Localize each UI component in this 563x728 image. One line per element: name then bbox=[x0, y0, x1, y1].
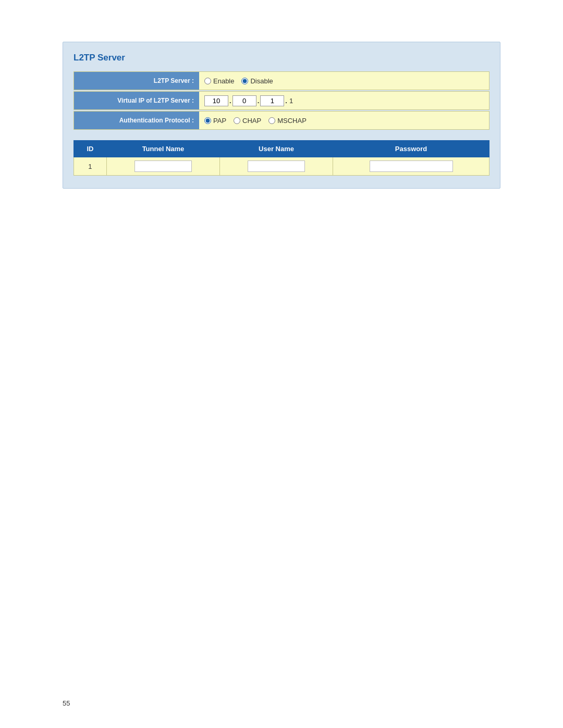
page-content: L2TP Server L2TP Server : Enable Disable bbox=[0, 0, 563, 230]
mschap-label[interactable]: MSCHAP bbox=[277, 117, 307, 125]
auth-protocol-row: Authentication Protocol : PAP CHAP bbox=[74, 111, 489, 130]
ip-octet1[interactable] bbox=[204, 95, 228, 106]
col-tunnel-name: Tunnel Name bbox=[106, 141, 219, 157]
table-row: 1 bbox=[74, 157, 489, 176]
ip-dot-3: . bbox=[285, 97, 287, 105]
virtual-ip-label: Virtual IP of L2TP Server : bbox=[74, 92, 199, 109]
ip-inputs: . . . 1 bbox=[204, 95, 293, 106]
chap-option[interactable]: CHAP bbox=[234, 117, 261, 125]
l2tp-server-label: L2TP Server : bbox=[74, 72, 199, 90]
ip-dot-2: . bbox=[258, 97, 260, 105]
row-user-name bbox=[220, 157, 333, 176]
auth-protocol-value: PAP CHAP MSCHAP bbox=[199, 115, 489, 127]
virtual-ip-value: . . . 1 bbox=[199, 93, 489, 108]
ip-dot-1: . bbox=[229, 97, 231, 105]
l2tp-disable-radio[interactable] bbox=[241, 78, 248, 84]
col-id: ID bbox=[74, 141, 107, 157]
pap-label[interactable]: PAP bbox=[213, 117, 226, 125]
l2tp-server-panel: L2TP Server L2TP Server : Enable Disable bbox=[63, 42, 500, 189]
row-password bbox=[333, 157, 489, 176]
pap-option[interactable]: PAP bbox=[204, 117, 226, 125]
l2tp-server-row: L2TP Server : Enable Disable bbox=[74, 71, 489, 90]
table-header: ID Tunnel Name User Name Password bbox=[74, 141, 489, 157]
panel-title: L2TP Server bbox=[74, 53, 489, 63]
l2tp-enable-option[interactable]: Enable bbox=[204, 77, 234, 85]
l2tp-enable-radio[interactable] bbox=[204, 78, 211, 84]
page-number: 55 bbox=[63, 699, 70, 707]
row-id: 1 bbox=[74, 157, 107, 176]
chap-radio[interactable] bbox=[234, 117, 240, 124]
l2tp-disable-label[interactable]: Disable bbox=[250, 77, 273, 85]
l2tp-server-value: Enable Disable bbox=[199, 75, 489, 87]
col-user-name: User Name bbox=[220, 141, 333, 157]
mschap-radio[interactable] bbox=[268, 117, 275, 124]
tunnel-table: ID Tunnel Name User Name Password 1 bbox=[74, 140, 489, 176]
ip-octet4-static: 1 bbox=[289, 97, 293, 105]
l2tp-disable-option[interactable]: Disable bbox=[241, 77, 273, 85]
l2tp-enable-label[interactable]: Enable bbox=[213, 77, 234, 85]
col-password: Password bbox=[333, 141, 489, 157]
user-name-input[interactable] bbox=[248, 161, 305, 172]
ip-octet3[interactable] bbox=[260, 95, 284, 106]
tunnel-name-input[interactable] bbox=[134, 161, 192, 172]
table-body: 1 bbox=[74, 157, 489, 176]
password-input[interactable] bbox=[370, 161, 453, 172]
ip-octet2[interactable] bbox=[232, 95, 256, 106]
l2tp-server-radio-group: Enable Disable bbox=[204, 77, 273, 85]
row-tunnel-name bbox=[106, 157, 219, 176]
mschap-option[interactable]: MSCHAP bbox=[268, 117, 307, 125]
auth-protocol-radio-group: PAP CHAP MSCHAP bbox=[204, 117, 307, 125]
pap-radio[interactable] bbox=[204, 117, 211, 124]
table-header-row: ID Tunnel Name User Name Password bbox=[74, 141, 489, 157]
auth-protocol-label: Authentication Protocol : bbox=[74, 112, 199, 129]
form-section: L2TP Server : Enable Disable bbox=[74, 71, 489, 130]
virtual-ip-row: Virtual IP of L2TP Server : . . . 1 bbox=[74, 91, 489, 110]
chap-label[interactable]: CHAP bbox=[242, 117, 261, 125]
tunnel-table-section: ID Tunnel Name User Name Password 1 bbox=[74, 140, 489, 176]
